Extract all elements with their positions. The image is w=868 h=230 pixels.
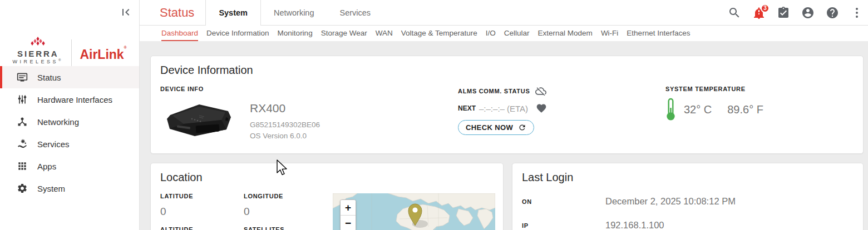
sidebar-item-label: Apps (37, 162, 56, 171)
subnav-item-external-modem[interactable]: External Modem (538, 26, 593, 41)
hardware-interfaces-icon (17, 94, 28, 105)
sidebar-item-label: Status (37, 73, 61, 82)
temperature-fahrenheit: 89.6° F (727, 103, 763, 116)
sidebar-menu: Status Hardware Interfaces Networking Se… (0, 66, 139, 199)
cloud-off-icon (535, 86, 546, 97)
map-canvas (333, 193, 495, 230)
map-zoom-control: + − (340, 199, 356, 230)
brand-product: AirLink (80, 47, 124, 62)
card-title: Last Login (522, 171, 573, 184)
tasks-clipboard-icon[interactable] (777, 6, 790, 19)
last-login-card: Last Login ON December 2, 2025 10:08:12 … (512, 163, 864, 230)
brand-name-2: WIRELESS (13, 59, 59, 64)
collapse-sidebar-icon[interactable] (119, 6, 132, 19)
device-model: RX400 (250, 102, 320, 115)
sidebar-item-label: Services (37, 139, 70, 149)
map-zoom-in-button[interactable]: + (341, 200, 356, 215)
tab-system[interactable]: System (205, 0, 261, 26)
last-login-on-value: December 2, 2025 10:08:12 PM (605, 196, 736, 207)
help-icon[interactable] (826, 6, 839, 19)
search-icon[interactable] (728, 6, 741, 19)
sidebar-item-label: Hardware Interfaces (37, 95, 112, 104)
subnav-item-voltage-temperature[interactable]: Voltage & Temperature (401, 26, 477, 41)
status-icon (17, 72, 28, 83)
brand-name: SIERRA (12, 49, 63, 58)
header-icons: 3 (728, 0, 864, 25)
last-login-ip-label: IP (522, 222, 605, 229)
subnav-item-storage-wear[interactable]: Storage Wear (321, 26, 367, 41)
services-icon (17, 138, 28, 149)
networking-icon (17, 116, 28, 127)
notifications-icon[interactable]: 3 (752, 6, 766, 19)
sidebar-item-apps[interactable]: Apps (0, 155, 139, 177)
brand-trademark: ® (58, 58, 63, 62)
brand-divider (71, 39, 72, 68)
subnav-item-ethernet-interfaces[interactable]: Ethernet Interfaces (627, 26, 690, 41)
sidebar-item-label: System (37, 184, 65, 193)
subnav-item-device-information[interactable]: Device Information (206, 26, 269, 41)
latitude-value: 0 (160, 206, 166, 218)
thermometer-icon (665, 98, 676, 121)
subnav-item-io[interactable]: I/O (486, 26, 496, 41)
notification-badge: 3 (761, 4, 770, 13)
topbar: Status System Networking Services 3 (140, 0, 868, 41)
check-now-button[interactable]: CHECK NOW (458, 120, 534, 135)
last-login-ip-value: 192.168.1.100 (605, 220, 664, 230)
next-eta-value: –:–:–:– (ETA) (479, 104, 528, 113)
sierra-wireless-logo-icon (29, 37, 46, 46)
subnav-item-dashboard[interactable]: Dashboard (161, 26, 198, 41)
device-photo (160, 101, 235, 139)
brand-logo: SIERRA WIRELESS® A SEMTECH COMPANY AirLi… (0, 37, 139, 71)
subnav-item-monitoring[interactable]: Monitoring (278, 26, 313, 41)
heartbeat-icon (536, 103, 547, 114)
location-card: Location LATITUDE LONGITUDE 0 0 ALTITUDE… (150, 163, 504, 230)
device-serial: G85215149302BE06 (250, 121, 320, 129)
card-title: Location (160, 171, 203, 184)
sidebar-item-status[interactable]: Status (0, 66, 139, 88)
device-info-section: DEVICE INFO RX400 G85215149302BE06 OS Ve… (160, 86, 320, 140)
temperature-section: SYSTEM TEMPERATURE 32° C 89.6° F (665, 86, 763, 121)
alms-status-label: ALMS COMM. STATUS (458, 88, 530, 94)
sidebar-item-system[interactable]: System (0, 177, 139, 199)
next-label: NEXT (458, 104, 476, 112)
alms-section: ALMS COMM. STATUS NEXT –:–:–:– (ETA) CHE… (458, 86, 547, 135)
subnav-item-wifi[interactable]: Wi-Fi (601, 26, 618, 41)
last-login-on-label: ON (522, 198, 605, 205)
header-row: Status System Networking Services 3 (140, 0, 868, 26)
main-content: Device Information DEVICE INFO RX400 G85… (140, 41, 868, 230)
device-information-card: Device Information DEVICE INFO RX400 G85… (150, 56, 864, 154)
sidebar-item-services[interactable]: Services (0, 133, 139, 155)
map-zoom-out-button[interactable]: − (341, 216, 356, 230)
device-os-version: OS Version 6.0.0 (250, 132, 320, 140)
sidebar-item-label: Networking (37, 117, 79, 127)
tab-networking[interactable]: Networking (261, 0, 327, 25)
refresh-icon (518, 123, 526, 132)
sidebar-item-hardware-interfaces[interactable]: Hardware Interfaces (0, 88, 139, 111)
brand-product-mark: ® (124, 46, 127, 49)
satellites-label: SATELLITES (244, 226, 284, 230)
longitude-label: LONGITUDE (244, 193, 283, 199)
sidebar: SIERRA WIRELESS® A SEMTECH COMPANY AirLi… (0, 0, 140, 230)
system-temperature-label: SYSTEM TEMPERATURE (665, 86, 763, 92)
subnav: Dashboard Device Information Monitoring … (140, 26, 868, 41)
apps-icon (17, 161, 28, 172)
tab-services[interactable]: Services (327, 0, 384, 25)
more-options-icon[interactable] (850, 6, 864, 19)
subnav-item-cellular[interactable]: Cellular (504, 26, 530, 41)
header-tabs: System Networking Services (205, 0, 383, 25)
location-map[interactable]: + − (333, 193, 495, 230)
page-title: Status (160, 6, 194, 20)
sidebar-item-networking[interactable]: Networking (0, 111, 139, 133)
device-info-label: DEVICE INFO (160, 86, 320, 92)
longitude-value: 0 (244, 206, 250, 218)
system-icon (17, 183, 28, 194)
latitude-label: LATITUDE (160, 193, 193, 199)
card-title: Device Information (160, 64, 253, 77)
temperature-celsius: 32° C (684, 103, 712, 116)
altitude-label: ALTITUDE (160, 226, 193, 230)
account-icon[interactable] (801, 6, 815, 19)
subnav-item-wan[interactable]: WAN (376, 26, 393, 41)
